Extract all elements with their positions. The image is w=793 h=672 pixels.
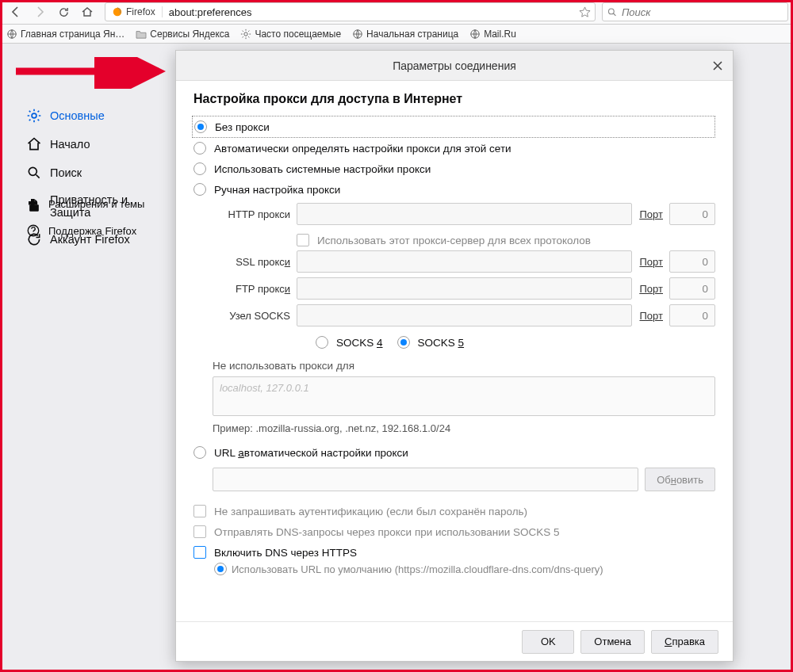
globe-icon <box>469 29 481 40</box>
search-input[interactable] <box>622 6 783 18</box>
connection-settings-dialog: Параметры соединения Настройка прокси дл… <box>175 50 734 662</box>
reload-button[interactable] <box>52 2 75 22</box>
no-proxy-textarea[interactable]: localhost, 127.0.0.1 <box>213 376 715 416</box>
close-button[interactable] <box>711 59 725 73</box>
checkbox-icon <box>193 546 206 559</box>
radio-auto-url[interactable]: URL автоматической настройки прокси <box>193 442 715 463</box>
help-button[interactable]: Справка <box>651 630 718 654</box>
ssl-proxy-input[interactable] <box>297 250 632 273</box>
ok-button[interactable]: OK <box>522 630 574 654</box>
globe-icon <box>6 29 17 40</box>
ssl-port-input[interactable] <box>669 250 715 273</box>
annotation-arrow-icon <box>16 57 174 89</box>
socks-host-label: Узел SOCKS <box>213 310 290 322</box>
port-label: Порт <box>640 208 663 220</box>
url-text: about:preferences <box>163 6 574 18</box>
bookmark-folder[interactable]: Сервисы Яндекса <box>136 29 229 40</box>
ftp-proxy-label: FTP прокси <box>213 283 290 295</box>
folder-icon <box>136 29 147 39</box>
checkbox-doh[interactable]: Включить DNS через HTTPS <box>193 542 715 563</box>
dialog-titlebar: Параметры соединения <box>176 51 733 81</box>
radio-icon <box>193 183 206 196</box>
radio-socks5[interactable]: SOCKS 5 <box>397 336 465 349</box>
ssl-proxy-label: SSL прокси <box>213 256 290 268</box>
socks-port-input[interactable] <box>669 304 715 326</box>
section-title: Настройка прокси для доступа в Интернет <box>193 92 715 106</box>
pac-url-input[interactable] <box>213 468 638 491</box>
forward-icon <box>33 6 46 18</box>
radio-auto-detect[interactable]: Автоматически определять настройки прокс… <box>193 138 715 158</box>
checkbox-icon <box>193 525 206 538</box>
socks-host-input[interactable] <box>297 304 632 326</box>
radio-icon <box>214 563 227 575</box>
address-bar[interactable]: Firefox about:preferences <box>105 2 596 21</box>
close-icon <box>713 61 722 71</box>
svg-point-8 <box>29 167 36 175</box>
svg-point-1 <box>608 9 614 14</box>
forward-button[interactable] <box>29 2 51 22</box>
checkbox-icon[interactable] <box>297 234 309 246</box>
radio-icon <box>194 120 207 133</box>
bookmark-item[interactable]: Часто посещаемые <box>240 29 341 40</box>
no-proxy-label: Не использовать прокси для <box>213 360 715 372</box>
search-bar[interactable] <box>602 2 788 21</box>
radio-icon <box>193 446 206 459</box>
manual-proxy-grid: HTTP прокси Порт Использовать этот прокс… <box>213 203 715 353</box>
http-port-input[interactable] <box>669 203 715 225</box>
home-icon <box>26 136 42 152</box>
reload-button[interactable]: Обновить <box>645 468 715 491</box>
reload-icon <box>58 6 70 18</box>
use-for-all-label: Использовать этот прокси-сервер для всех… <box>317 235 591 246</box>
sidebar-item-home[interactable]: Начало <box>2 130 173 158</box>
firefox-icon <box>112 6 123 17</box>
radio-socks4[interactable]: SOCKS 4 <box>316 336 383 349</box>
http-proxy-input[interactable] <box>297 203 632 225</box>
no-proxy-example: Пример: .mozilla-russia.org, .net.nz, 19… <box>213 422 715 434</box>
checkbox-icon <box>193 505 206 517</box>
back-icon <box>10 6 22 18</box>
identity-box[interactable]: Firefox <box>105 6 163 17</box>
svg-point-3 <box>244 32 247 35</box>
dialog-title: Параметры соединения <box>393 59 516 72</box>
bookmarks-bar: Главная страница Ян… Сервисы Яндекса Час… <box>0 25 793 44</box>
radio-icon <box>193 162 206 175</box>
gear-icon <box>240 29 251 40</box>
preferences-content: Основные Начало Поиск Приватность и Защи… <box>2 44 791 670</box>
home-icon <box>81 6 94 18</box>
sidebar-item-support[interactable]: Поддержка Firefox <box>2 217 159 244</box>
radio-system-proxy[interactable]: Использовать системные настройки прокси <box>193 158 715 179</box>
radio-icon <box>397 336 410 349</box>
svg-point-7 <box>32 113 36 118</box>
back-button[interactable] <box>5 2 27 22</box>
ftp-port-input[interactable] <box>669 277 715 300</box>
ftp-proxy-input[interactable] <box>297 277 632 300</box>
radio-icon <box>193 142 206 155</box>
help-icon <box>26 223 40 238</box>
search-icon <box>607 7 617 17</box>
puzzle-icon <box>26 197 40 211</box>
bookmark-star-button[interactable] <box>574 6 595 18</box>
http-proxy-label: HTTP прокси <box>213 208 290 220</box>
sidebar-item-extensions[interactable]: Расширения и темы <box>2 190 159 217</box>
radio-no-proxy[interactable]: Без прокси <box>192 116 715 138</box>
radio-doh-default[interactable]: Использовать URL по умолчанию (https://m… <box>214 563 715 575</box>
port-label: Порт <box>640 283 663 295</box>
cancel-button[interactable]: Отмена <box>580 630 645 654</box>
bookmark-item[interactable]: Начальная страница <box>352 29 458 40</box>
checkbox-dns-socks5[interactable]: Отправлять DNS-запросы через прокси при … <box>193 521 715 542</box>
sidebar-item-search[interactable]: Поиск <box>2 158 173 187</box>
radio-icon <box>316 336 328 349</box>
dialog-body[interactable]: Настройка прокси для доступа в Интернет … <box>176 81 733 621</box>
nav-toolbar: Firefox about:preferences <box>0 0 793 25</box>
radio-manual-proxy[interactable]: Ручная настройка прокси <box>193 179 715 200</box>
port-label: Порт <box>640 310 664 322</box>
sidebar-item-general[interactable]: Основные <box>2 101 173 130</box>
bookmark-item[interactable]: Главная страница Ян… <box>6 29 125 40</box>
bookmark-item[interactable]: Mail.Ru <box>469 29 516 40</box>
globe-icon <box>352 29 363 40</box>
star-icon <box>579 6 591 18</box>
identity-label: Firefox <box>126 6 155 17</box>
home-button[interactable] <box>76 2 98 22</box>
checkbox-no-auth[interactable]: Не запрашивать аутентификацию (если был … <box>193 501 715 521</box>
port-label: Порт <box>640 256 663 268</box>
